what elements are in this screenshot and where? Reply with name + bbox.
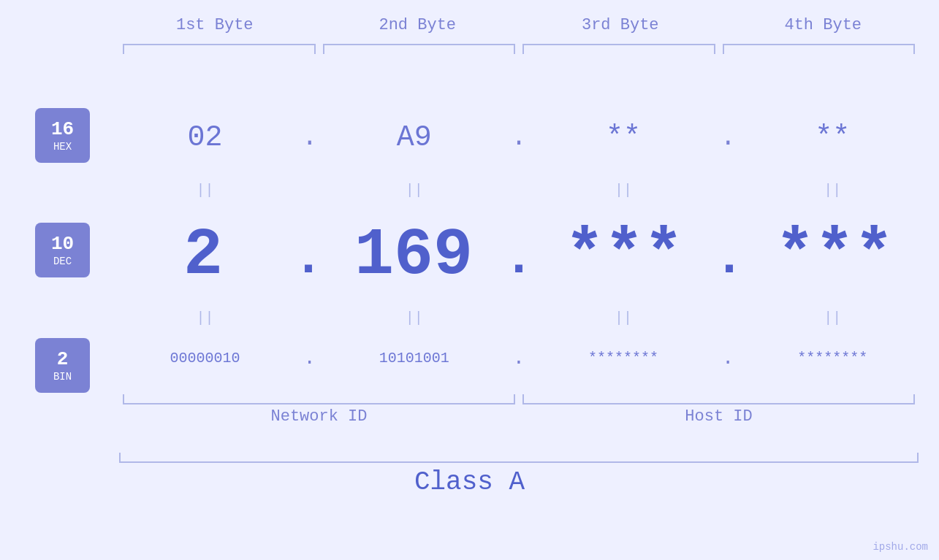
bin-byte-3: ******** xyxy=(532,350,715,367)
hex-byte-1: 02 xyxy=(113,121,297,154)
eq-2-b2: || xyxy=(322,310,506,326)
byte-header-2: 2nd Byte xyxy=(316,16,520,34)
network-bracket xyxy=(123,394,515,404)
equals-row-1: || || || || xyxy=(113,179,924,201)
dec-byte-3: *** xyxy=(534,223,714,288)
bin-values-row: 00000010 . 10101001 . ******** . *******… xyxy=(113,336,924,380)
bin-sep-3: . xyxy=(715,347,741,369)
badge-bin: 2 BIN xyxy=(35,338,90,393)
dec-byte-1: 2 xyxy=(113,223,293,288)
host-bracket xyxy=(522,394,915,404)
byte-header-3: 3rd Byte xyxy=(519,16,722,34)
eq-1-b3: || xyxy=(532,182,715,199)
bin-byte-4: ******** xyxy=(741,350,924,367)
dec-sep-1: . xyxy=(293,234,324,288)
host-id-label: Host ID xyxy=(519,407,919,426)
hex-sep-2: . xyxy=(506,123,532,153)
badge-bin-label: BIN xyxy=(53,371,72,383)
bin-byte-2: 10101001 xyxy=(322,350,506,367)
network-id-label: Network ID xyxy=(119,407,519,426)
hex-sep-1: . xyxy=(297,123,322,153)
eq-2-b3: || xyxy=(532,310,715,326)
id-labels-row: Network ID Host ID xyxy=(119,407,919,426)
top-bracket-1 xyxy=(123,44,316,54)
class-a-label: Class A xyxy=(0,467,939,497)
bin-byte-1: 00000010 xyxy=(113,350,297,367)
dec-values-row: 2 . 169 . *** . *** xyxy=(113,208,924,288)
dec-sep-2: . xyxy=(503,234,534,288)
badge-bin-number: 2 xyxy=(57,348,69,371)
eq-1-b2: || xyxy=(322,182,506,199)
eq-2-b1: || xyxy=(113,310,297,326)
bottom-brackets xyxy=(119,394,919,404)
badge-dec-number: 10 xyxy=(51,233,74,256)
bin-sep-2: . xyxy=(506,347,532,369)
hex-sep-3: . xyxy=(715,123,741,153)
hex-byte-4: ** xyxy=(741,121,924,154)
hex-byte-3: ** xyxy=(532,121,715,154)
badge-hex: 16 HEX xyxy=(35,108,90,163)
byte-header-4: 4th Byte xyxy=(722,16,925,34)
bin-sep-1: . xyxy=(297,347,322,369)
equals-row-2: || || || || xyxy=(113,307,924,329)
badge-dec-label: DEC xyxy=(53,256,72,267)
page: 1st Byte 2nd Byte 3rd Byte 4th Byte 16 H… xyxy=(0,0,939,560)
class-bracket xyxy=(119,453,919,463)
dec-byte-2: 169 xyxy=(324,223,503,288)
byte-header-1: 1st Byte xyxy=(113,16,316,34)
eq-2-b4: || xyxy=(741,310,924,326)
top-bracket-3 xyxy=(522,44,715,54)
dec-sep-3: . xyxy=(714,234,745,288)
byte-header-row: 1st Byte 2nd Byte 3rd Byte 4th Byte xyxy=(113,16,924,34)
top-bracket-4 xyxy=(723,44,916,54)
hex-values-row: 02 . A9 . ** . ** xyxy=(113,108,924,166)
badge-dec: 10 DEC xyxy=(35,223,90,277)
badge-hex-label: HEX xyxy=(53,141,72,153)
eq-1-b4: || xyxy=(741,182,924,199)
top-brackets xyxy=(119,44,919,54)
eq-1-b1: || xyxy=(113,182,297,199)
top-bracket-2 xyxy=(323,44,516,54)
badge-hex-number: 16 xyxy=(51,118,74,141)
hex-byte-2: A9 xyxy=(322,121,506,154)
watermark: ipshu.com xyxy=(873,541,928,553)
dec-byte-4: *** xyxy=(745,223,924,288)
